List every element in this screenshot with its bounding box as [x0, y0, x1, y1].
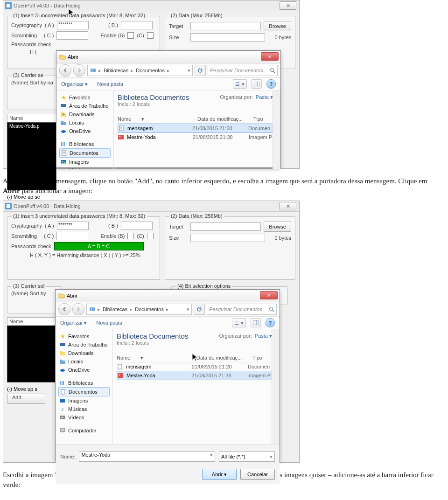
library-icon — [90, 67, 96, 74]
enable-b-checkbox[interactable] — [127, 32, 134, 39]
nav-desktop[interactable]: Área de Trabalho — [58, 340, 110, 349]
search-input[interactable]: Pesquisar Documentos — [207, 304, 277, 315]
nav-videos[interactable]: Vídeos — [58, 413, 110, 422]
file-row[interactable]: Mestre-Yoda 21/08/2015 21:38 Imagem P — [117, 371, 276, 380]
enable-c-checkbox[interactable] — [147, 233, 154, 239]
nav-onedrive[interactable]: OneDrive — [58, 366, 110, 374]
carrier-name-header[interactable]: Name — [7, 114, 56, 122]
group-carrier: (3) Carrier se (Name) Sort by na — [7, 76, 62, 110]
app-icon — [5, 2, 12, 9]
file-row[interactable]: mensagem 21/08/2015 21:20 Documen — [118, 124, 277, 133]
nav-music[interactable]: ♪Músicas — [59, 166, 111, 169]
window-close-button[interactable]: ✕ — [280, 202, 296, 210]
carrier-item[interactable]: Mestre-Yoda.p — [7, 123, 56, 130]
group-data: (2) Data (Max: 256Mb) Target Browse Size… — [165, 216, 295, 280]
file-type-select[interactable]: All file (*.*)▾ — [219, 451, 275, 462]
carrier-list[interactable] — [7, 326, 56, 382]
nav-desktop[interactable]: Área de Trabalho — [59, 102, 111, 110]
dialog-title: Abrir — [68, 54, 78, 60]
dialog-close-button[interactable]: ✕ — [261, 52, 279, 61]
image-icon — [118, 134, 124, 140]
nav-onedrive[interactable]: OneDrive — [59, 127, 111, 135]
svg-rect-9 — [61, 104, 66, 107]
password-check-bar: A = B = C — [54, 242, 144, 250]
breadcrumb[interactable]: ▸Bibliotecas ▸Documentos ▸ ▾ — [86, 304, 192, 315]
nav-pictures[interactable]: Imagens — [58, 396, 110, 405]
breadcrumb[interactable]: ▸Bibliotecas ▸Documentos ▸ ▾ — [87, 65, 193, 76]
nav-documents[interactable]: Documentos — [59, 148, 111, 158]
add-button[interactable]: Add — [7, 394, 45, 404]
refresh-button[interactable] — [194, 304, 205, 315]
carrier-list[interactable]: Mestre-Yoda.p — [7, 122, 56, 190]
nav-pane: ★Favoritos Área de Trabalho Downloads Lo… — [56, 90, 114, 169]
cancel-button[interactable]: Cancelar — [240, 469, 275, 480]
nav-computer[interactable]: Computador — [58, 426, 110, 435]
view-mode-button[interactable]: ☰ ▾ — [232, 318, 246, 327]
scrollbar[interactable] — [273, 90, 280, 169]
nav-libraries[interactable]: Bibliotecas — [59, 140, 111, 148]
nav-downloads[interactable]: Downloads — [58, 349, 110, 357]
nav-forward-button[interactable] — [72, 303, 84, 315]
window-titlebar: OpenPuff v4.00 - Data Hiding ✕ — [3, 201, 299, 212]
nav-recent[interactable]: Locais — [58, 357, 110, 366]
refresh-button[interactable] — [195, 65, 206, 76]
scrollbar[interactable] — [272, 329, 280, 444]
column-headers[interactable]: Nome ▾ Data de modificaç... Tipo — [118, 115, 277, 124]
password-a-input[interactable]: ******* — [57, 21, 89, 29]
nav-pictures[interactable]: Imagens — [59, 158, 111, 166]
file-row[interactable]: Mestre-Yoda 21/08/2015 21:38 Imagem P — [118, 133, 277, 141]
preview-pane-button[interactable] — [252, 79, 262, 89]
nav-documents[interactable]: Documentos — [58, 387, 110, 396]
password-b-input[interactable] — [121, 222, 153, 230]
arrange-by[interactable]: Organizar por: Pasta ▾ — [220, 94, 273, 100]
enable-b-checkbox[interactable] — [127, 233, 134, 239]
new-folder-button[interactable]: Nova pasta — [97, 81, 123, 87]
nav-downloads[interactable]: Downloads — [59, 110, 111, 118]
preview-pane-button[interactable] — [251, 318, 261, 327]
carrier-name-header[interactable]: Name — [7, 317, 56, 326]
svg-rect-10 — [63, 108, 64, 108]
nav-recent[interactable]: Locais — [59, 118, 111, 127]
target-input[interactable] — [190, 222, 261, 231]
nav-back-button[interactable] — [58, 303, 70, 315]
window-title: OpenPuff v4.00 - Data Hiding — [14, 3, 81, 8]
enable-c-checkbox[interactable] — [147, 32, 154, 39]
help-button[interactable]: ? — [266, 79, 276, 89]
help-button[interactable]: ? — [266, 318, 275, 327]
search-input[interactable]: Pesquisar Documentos — [208, 65, 278, 76]
target-input[interactable] — [190, 22, 261, 30]
arrange-by[interactable]: Organizar por: Pasta ▾ — [219, 333, 272, 339]
svg-point-5 — [271, 69, 274, 72]
svg-rect-12 — [61, 142, 62, 146]
nav-forward-button[interactable] — [73, 64, 85, 76]
nav-favorites[interactable]: ★Favoritos — [58, 332, 110, 340]
nav-music[interactable]: ♪Músicas — [58, 405, 110, 413]
nav-favorites[interactable]: ★Favoritos — [59, 93, 111, 102]
password-c-input[interactable] — [56, 232, 88, 240]
dialog-footer: Nome: Mestre-Yoda▾ All file (*.*)▾ — [56, 444, 280, 469]
nav-libraries[interactable]: Bibliotecas — [58, 379, 110, 387]
filename-input[interactable]: Mestre-Yoda▾ — [79, 451, 215, 462]
svg-rect-36 — [60, 381, 61, 385]
organize-button[interactable]: Organizar ▾ — [61, 81, 88, 87]
file-open-dialog-2: Abrir ✕ ▸Bibliotecas ▸Documentos ▸ ▾ Pes… — [55, 289, 280, 462]
password-b-input[interactable] — [121, 21, 153, 29]
svg-rect-38 — [63, 381, 64, 385]
new-folder-button[interactable]: Nova pasta — [96, 320, 122, 326]
doc-icon — [117, 363, 123, 370]
svg-rect-43 — [60, 429, 65, 431]
window-close-button[interactable]: ✕ — [280, 1, 296, 10]
nav-back-button[interactable] — [59, 64, 71, 76]
browse-button[interactable]: Browse — [264, 222, 291, 232]
file-row[interactable]: mensagem 21/08/2015 21:20 Documen — [117, 362, 276, 371]
open-button[interactable]: Abrir ▾ — [202, 469, 237, 480]
view-mode-button[interactable]: ☰ ▾ — [233, 79, 247, 89]
password-a-input[interactable]: ******* — [57, 222, 89, 230]
organize-button[interactable]: Organizar ▾ — [60, 320, 87, 326]
password-c-input[interactable] — [56, 31, 88, 40]
dialog-close-button[interactable]: ✕ — [260, 291, 278, 299]
browse-button[interactable]: Browse — [264, 21, 291, 31]
dialog-toolbar: ▸Bibliotecas ▸Documentos ▸ ▾ Pesquisar D… — [56, 302, 280, 317]
folder-icon — [58, 292, 65, 299]
search-icon — [269, 306, 274, 312]
